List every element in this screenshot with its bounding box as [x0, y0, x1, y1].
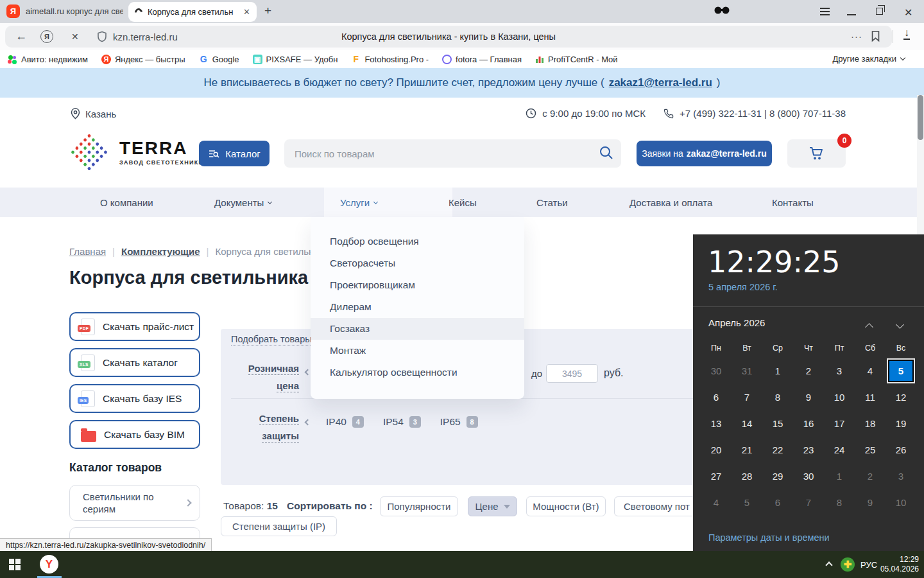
sort-price-button[interactable]: Цене: [468, 496, 517, 516]
menu-item-gov-order[interactable]: Госзаказ: [311, 318, 524, 340]
logo[interactable]: TERRA ЗАВОД СВЕТОТЕХНИКИ: [69, 132, 203, 173]
menu-item-installation[interactable]: Монтаж: [311, 340, 524, 362]
calendar-day[interactable]: 15: [762, 410, 793, 437]
nav-articles[interactable]: Статьи: [536, 197, 568, 208]
bookmark-fotohosting[interactable]: F Fotohosting.Pro -: [351, 55, 429, 64]
bookmark-google[interactable]: G Google: [199, 55, 239, 64]
calendar-day[interactable]: 27: [701, 463, 732, 489]
calendar-day[interactable]: 3: [886, 463, 916, 489]
calendar-day[interactable]: 3: [824, 358, 855, 384]
ip40-option[interactable]: IP40 4: [326, 416, 364, 428]
ip54-option[interactable]: IP54 3: [383, 416, 421, 428]
calendar-day[interactable]: 4: [855, 358, 886, 384]
calendar-day[interactable]: 21: [732, 437, 762, 463]
nav-services[interactable]: Услуги: [340, 197, 377, 208]
download-bim-button[interactable]: Скачать базу BIM: [69, 420, 200, 449]
calendar-day[interactable]: 19: [886, 410, 916, 437]
calendar-day[interactable]: 28: [732, 463, 762, 489]
calendar-day[interactable]: 22: [762, 437, 793, 463]
calendar-day[interactable]: 7: [732, 384, 762, 410]
calendar-day[interactable]: 16: [793, 410, 824, 437]
tab-close-icon[interactable]: ✕: [243, 7, 250, 17]
clock-date-link[interactable]: 5 апреля 2026 г.: [708, 282, 778, 292]
phones[interactable]: +7 (499) 322-11-31 | 8 (800) 707-11-38: [680, 108, 846, 119]
calendar-day[interactable]: 5: [888, 360, 914, 382]
window-minimize-button[interactable]: [847, 14, 856, 15]
nav-cases[interactable]: Кейсы: [449, 197, 477, 208]
nav-delivery[interactable]: Доставка и оплата: [629, 197, 712, 208]
menu-item-designers[interactable]: Проектировщикам: [311, 274, 524, 296]
bookmark-icon[interactable]: [871, 30, 880, 42]
tab-inactive[interactable]: aimetall.ru корпус для све: [26, 6, 123, 16]
calendar-day[interactable]: 10: [824, 384, 855, 410]
scrollbar-thumb[interactable]: [918, 95, 923, 140]
calendar-day[interactable]: 17: [824, 410, 855, 437]
calendar-next-month-icon[interactable]: [896, 320, 904, 329]
calendar-day[interactable]: 18: [855, 410, 886, 437]
calendar-day[interactable]: 8: [762, 384, 793, 410]
nav-contacts[interactable]: Контакты: [772, 197, 814, 208]
ip-filter-label[interactable]: Степень защиты: [226, 410, 299, 444]
calendar-day[interactable]: 24: [824, 437, 855, 463]
nav-about[interactable]: О компании: [100, 197, 153, 208]
omnibox[interactable]: ← Я ✕ kzn.terra-led.ru Корпуса для свети…: [5, 26, 892, 48]
breadcrumb-components[interactable]: Комплектующие: [121, 246, 200, 257]
calendar-day[interactable]: 23: [793, 437, 824, 463]
download-catalog-button[interactable]: XLS Скачать каталог: [69, 348, 200, 377]
bookmark-yandex[interactable]: Я Яндекс — быстры: [101, 55, 185, 64]
menu-item-dealers[interactable]: Дилерам: [311, 296, 524, 318]
omnibox-more-icon[interactable]: ···: [851, 31, 862, 42]
calendar-day[interactable]: 4: [701, 489, 732, 516]
ip65-option[interactable]: IP65 8: [440, 416, 478, 428]
calendar-day[interactable]: 7: [793, 489, 824, 516]
calendar-day[interactable]: 9: [855, 489, 886, 516]
calendar-day[interactable]: 1: [824, 463, 855, 489]
price-max-input[interactable]: [546, 364, 598, 383]
bookmark-avito[interactable]: Авито: недвижим: [8, 55, 88, 64]
calendar-day[interactable]: 25: [855, 437, 886, 463]
calendar-day[interactable]: 10: [886, 489, 916, 516]
calendar-day[interactable]: 9: [793, 384, 824, 410]
calendar-day[interactable]: 29: [762, 463, 793, 489]
nav-documents[interactable]: Документы: [214, 197, 271, 208]
tray-language-indicator[interactable]: РУС: [860, 560, 877, 570]
catalog-button[interactable]: Каталог: [199, 141, 270, 166]
calendar-day[interactable]: 31: [732, 358, 762, 384]
pick-by-params-link[interactable]: Подобрать товары п: [231, 334, 320, 346]
calendar-day[interactable]: 8: [824, 489, 855, 516]
downloads-icon[interactable]: ↓: [903, 27, 910, 40]
download-ies-button[interactable]: IES Скачать базу IES: [69, 384, 200, 413]
bookmark-pixsafe[interactable]: ▣ PIXSAFE — Удобн: [253, 55, 338, 64]
calendar-day[interactable]: 30: [793, 463, 824, 489]
banner-email-link[interactable]: zakaz1@terra-led.ru: [609, 76, 712, 89]
start-button[interactable]: [9, 559, 21, 570]
category-series[interactable]: Светильники по сериям: [69, 485, 200, 521]
calendar-day[interactable]: 13: [701, 410, 732, 437]
calendar-day[interactable]: 12: [886, 384, 916, 410]
menu-item-lighting-selection[interactable]: Подбор освещения: [311, 231, 524, 252]
taskbar-yandex-browser-icon[interactable]: Y: [40, 555, 58, 574]
calendar-day[interactable]: 11: [855, 384, 886, 410]
date-time-settings-link[interactable]: Параметры даты и времени: [708, 532, 830, 543]
calendar-day[interactable]: 2: [793, 358, 824, 384]
other-bookmarks-button[interactable]: Другие закладки: [832, 54, 905, 64]
breadcrumb-home[interactable]: Главная: [69, 246, 106, 257]
yandex-browser-icon[interactable]: Я: [6, 4, 20, 18]
tray-clock[interactable]: 12:29 05.04.2026: [880, 555, 919, 574]
collapse-price-icon[interactable]: [305, 369, 311, 376]
menu-item-illumination-calculator[interactable]: Калькулятор освещенности: [311, 362, 524, 383]
calendar-month-label[interactable]: Апрель 2026: [708, 317, 765, 328]
sort-popularity-button[interactable]: Популярности: [380, 496, 458, 516]
window-restore-button[interactable]: [876, 8, 883, 15]
search-input[interactable]: [295, 139, 590, 168]
bookmark-fotora[interactable]: o fotora — Главная: [442, 55, 522, 64]
calendar-day[interactable]: 6: [762, 489, 793, 516]
calendar-day[interactable]: 14: [732, 410, 762, 437]
new-tab-button[interactable]: +: [264, 4, 271, 18]
tray-app-icon[interactable]: ✚: [841, 557, 855, 572]
calendar-day[interactable]: 30: [701, 358, 732, 384]
cart-button[interactable]: 0: [787, 139, 846, 168]
calendar-prev-month-icon[interactable]: [865, 323, 873, 331]
calendar-day[interactable]: 26: [886, 437, 916, 463]
menu-item-light-calculations[interactable]: Светорасчеты: [311, 252, 524, 274]
